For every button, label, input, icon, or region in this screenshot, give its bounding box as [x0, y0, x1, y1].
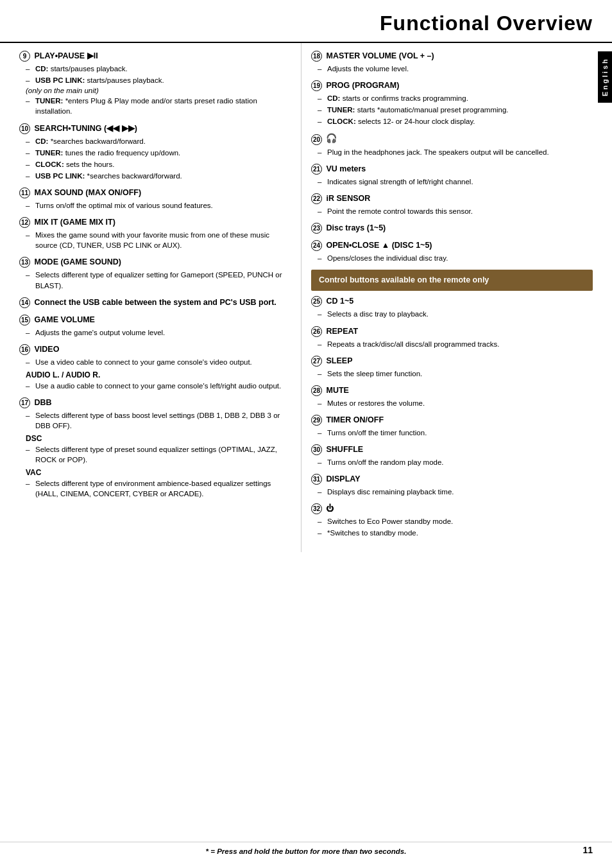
section-26-title: 26 REPEAT	[311, 326, 593, 337]
section-21-title: 21 VU meters	[311, 164, 593, 175]
remote-only-box: Control buttons available on the remote …	[311, 270, 593, 291]
section-9-label: PLAY•PAUSE ▶II	[34, 51, 98, 60]
section-25: 25 CD 1~5 Selects a disc tray to playbac…	[311, 296, 593, 319]
section-20-number: 20	[311, 134, 322, 145]
left-column: 9 PLAY•PAUSE ▶II CD: starts/pauses playb…	[0, 43, 302, 552]
main-content: 9 PLAY•PAUSE ▶II CD: starts/pauses playb…	[0, 43, 612, 552]
section-30-list: Turns on/off the random play mode.	[318, 457, 593, 467]
list-item: *Switches to standby mode.	[318, 528, 593, 538]
section-30-title: 30 SHUFFLE	[311, 444, 593, 455]
list-item: TUNER: *enters Plug & Play mode and/or s…	[26, 96, 291, 116]
headphone-icon: 🎧	[326, 133, 337, 143]
section-23: 23 Disc trays (1~5)	[311, 223, 593, 234]
list-item: CLOCK: selects 12- or 24-hour clock disp…	[318, 116, 593, 126]
section-29-list: Turns on/off the timer function.	[318, 428, 593, 438]
section-17-list: Selects different type of bass boost lev…	[26, 410, 291, 431]
section-22-list: Point the remote control towards this se…	[318, 206, 593, 216]
list-item: Turns on/off the timer function.	[318, 428, 593, 438]
section-12: 12 MIX IT (GAME MIX IT) Mixes the game s…	[19, 217, 291, 250]
section-23-title: 23 Disc trays (1~5)	[311, 223, 593, 234]
section-14: 14 Connect the USB cable between the sys…	[19, 297, 291, 308]
section-9-sub-list: TUNER: *enters Plug & Play mode and/or s…	[26, 96, 291, 116]
section-15-number: 15	[19, 315, 30, 326]
section-16-sub-title: AUDIO L. / AUDIO R.	[26, 370, 291, 379]
list-item: Use a video cable to connect to your gam…	[26, 357, 291, 367]
footer-note: * = Press and hold the button for more t…	[206, 847, 407, 855]
section-10-title: 10 SEARCH•TUNING (◀◀ ▶▶)	[19, 123, 291, 134]
section-27-label: SLEEP	[326, 356, 352, 365]
section-21: 21 VU meters Indicates signal strength o…	[311, 164, 593, 187]
section-13-label: MODE (GAME SOUND)	[34, 257, 121, 266]
list-item: Sets the sleep timer function.	[318, 369, 593, 379]
section-22-label: iR SENSOR	[326, 194, 370, 203]
section-16-list: Use a video cable to connect to your gam…	[26, 357, 291, 367]
list-item: CLOCK: sets the hours.	[26, 159, 291, 169]
section-20: 20 🎧 Plug in the headphones jack. The sp…	[311, 133, 593, 157]
section-26-label: REPEAT	[326, 326, 358, 335]
section-13: 13 MODE (GAME SOUND) Selects different t…	[19, 257, 291, 290]
section-31: 31 DISPLAY Displays disc remaining playb…	[311, 474, 593, 497]
page-container: Functional Overview English 9 PLAY•PAUSE…	[0, 0, 612, 868]
section-18-number: 18	[311, 51, 322, 62]
list-item: Selects different type of bass boost lev…	[26, 410, 291, 431]
section-16-title: 16 VIDEO	[19, 344, 291, 355]
page-number: 11	[582, 845, 593, 855]
section-15-title: 15 GAME VOLUME	[19, 315, 291, 326]
section-19: 19 PROG (PROGRAM) CD: starts or confirms…	[311, 80, 593, 126]
section-29-label: TIMER ON/OFF	[326, 415, 384, 424]
section-32-list: Switches to Eco Power standby mode. *Swi…	[318, 516, 593, 538]
section-14-text: Connect the USB cable between the system…	[34, 297, 276, 306]
list-item: Selects different type of preset sound e…	[26, 444, 291, 465]
list-item: Mutes or restores the volume.	[318, 398, 593, 408]
section-20-list: Plug in the headphones jack. The speaker…	[318, 147, 593, 157]
remote-only-text: Control buttons available on the remote …	[319, 275, 489, 284]
section-25-number: 25	[311, 296, 322, 307]
section-16-number: 16	[19, 344, 30, 355]
section-24-label: OPEN•CLOSE ▲ (DISC 1~5)	[326, 241, 432, 250]
list-item: Selects different type of equalizer sett…	[26, 270, 291, 290]
section-29: 29 TIMER ON/OFF Turns on/off the timer f…	[311, 415, 593, 438]
section-9: 9 PLAY•PAUSE ▶II CD: starts/pauses playb…	[19, 51, 291, 117]
section-29-title: 29 TIMER ON/OFF	[311, 415, 593, 426]
section-9-number: 9	[19, 51, 30, 62]
section-28-label: MUTE	[326, 386, 348, 395]
language-sidebar: English	[598, 51, 612, 103]
list-item: Displays disc remaining playback time.	[318, 487, 593, 497]
list-item: CD: starts/pauses playback.	[26, 64, 291, 74]
section-25-label: CD 1~5	[326, 297, 353, 306]
language-label: English	[601, 58, 609, 97]
list-item: Adjusts the volume level.	[318, 64, 593, 74]
section-27-number: 27	[311, 356, 322, 367]
section-15-list: Adjusts the game's output volume level.	[26, 327, 291, 338]
list-item: USB PC LINK: *searches backward/forward.	[26, 171, 291, 181]
section-10: 10 SEARCH•TUNING (◀◀ ▶▶) CD: *searches b…	[19, 123, 291, 182]
list-item: Switches to Eco Power standby mode.	[318, 516, 593, 526]
page-header: Functional Overview	[0, 0, 612, 43]
section-25-title: 25 CD 1~5	[311, 296, 593, 307]
section-24-number: 24	[311, 240, 322, 251]
list-item: CD: *searches backward/forward.	[26, 136, 291, 146]
section-24-list: Opens/closes the individual disc tray.	[318, 253, 593, 263]
section-19-label: PROG (PROGRAM)	[326, 81, 399, 90]
list-item: Indicates signal strength of left/right …	[318, 177, 593, 187]
section-14-title: 14 Connect the USB cable between the sys…	[19, 297, 291, 308]
section-14-number: 14	[19, 297, 30, 308]
section-22-title: 22 iR SENSOR	[311, 193, 593, 204]
section-21-list: Indicates signal strength of left/right …	[318, 177, 593, 187]
section-12-list: Mixes the game sound with your favorite …	[26, 230, 291, 250]
section-19-number: 19	[311, 80, 322, 91]
section-31-list: Displays disc remaining playback time.	[318, 487, 593, 497]
section-22-number: 22	[311, 193, 322, 204]
section-25-list: Selects a disc tray to playback.	[318, 309, 593, 319]
section-23-label: Disc trays (1~5)	[326, 223, 386, 232]
list-item: Use a audio cable to connect to your gam…	[26, 381, 291, 391]
section-23-number: 23	[311, 223, 322, 234]
section-11-number: 11	[19, 187, 30, 198]
section-11-label: MAX SOUND (MAX ON/OFF)	[34, 188, 141, 197]
section-18-list: Adjusts the volume level.	[318, 64, 593, 74]
section-30-number: 30	[311, 444, 322, 455]
section-22: 22 iR SENSOR Point the remote control to…	[311, 193, 593, 216]
list-item: TUNER: tunes the radio frequency up/down…	[26, 148, 291, 158]
section-31-label: DISPLAY	[326, 474, 360, 483]
section-32-number: 32	[311, 503, 322, 514]
